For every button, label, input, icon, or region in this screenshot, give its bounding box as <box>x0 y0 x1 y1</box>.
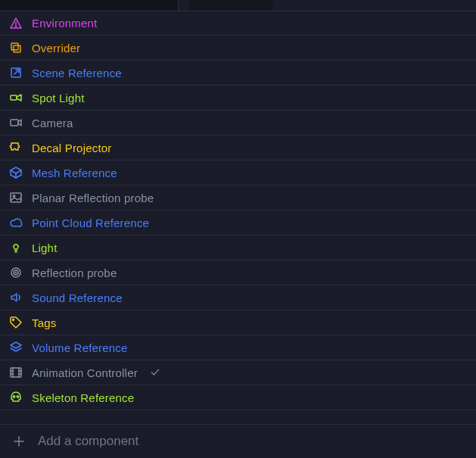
component-item-skeleton-reference[interactable]: Skeleton Reference <box>0 385 476 410</box>
component-item-spot-light[interactable]: Spot Light <box>0 86 476 111</box>
component-item-label: Mesh Reference <box>32 167 117 179</box>
tab-active[interactable] <box>190 0 273 11</box>
spotlight-icon <box>9 91 23 104</box>
tag-icon <box>9 316 23 329</box>
component-item-label: Spot Light <box>32 92 85 104</box>
target-icon <box>9 266 23 279</box>
skull-icon <box>9 391 23 404</box>
component-item-camera[interactable]: Camera <box>0 111 476 136</box>
component-item-label: Skeleton Reference <box>32 391 134 404</box>
film-icon <box>9 366 23 379</box>
check-icon <box>150 367 160 378</box>
component-item-volume-reference[interactable]: Volume Reference <box>0 335 476 360</box>
component-item-scene-reference[interactable]: Scene Reference <box>0 61 476 86</box>
component-item-sound-reference[interactable]: Sound Reference <box>0 285 476 310</box>
tab-bar <box>0 0 476 11</box>
add-component-bar[interactable] <box>0 424 476 458</box>
warning-icon <box>9 17 23 30</box>
tab-inactive[interactable] <box>0 0 179 11</box>
component-item-label: Reflection probe <box>32 266 117 279</box>
component-item-label: Point Cloud Reference <box>32 217 149 229</box>
component-item-label: Scene Reference <box>32 67 122 79</box>
component-item-light[interactable]: Light <box>0 235 476 260</box>
component-item-label: Overrider <box>32 42 80 55</box>
component-item-label: Light <box>32 241 58 254</box>
add-component-input[interactable] <box>36 433 464 450</box>
layers-icon <box>9 341 23 354</box>
component-item-reflection-probe[interactable]: Reflection probe <box>0 260 476 285</box>
component-item-tags[interactable]: Tags <box>0 310 476 335</box>
component-list: EnvironmentOverriderScene ReferenceSpot … <box>0 11 476 424</box>
component-item-label: Camera <box>32 117 73 129</box>
component-item-decal-projector[interactable]: Decal Projector <box>0 136 476 160</box>
component-item-label: Sound Reference <box>32 291 123 304</box>
component-item-environment[interactable]: Environment <box>0 11 476 36</box>
component-item-label: Planar Reflection probe <box>32 192 154 204</box>
component-item-label: Tags <box>32 316 57 329</box>
image-icon <box>9 191 23 204</box>
plus-icon <box>12 435 26 448</box>
cube-icon <box>9 166 23 179</box>
popout-icon <box>9 66 23 79</box>
component-panel: EnvironmentOverriderScene ReferenceSpot … <box>0 0 476 458</box>
copy-icon <box>9 41 23 55</box>
component-item-label: Decal Projector <box>32 142 112 154</box>
puzzle-icon <box>9 141 23 154</box>
cloud-icon <box>9 216 23 229</box>
component-item-mesh-reference[interactable]: Mesh Reference <box>0 160 476 185</box>
component-item-label: Environment <box>32 17 97 30</box>
bulb-icon <box>9 241 23 254</box>
component-item-label: Volume Reference <box>32 341 128 354</box>
camera-icon <box>9 116 23 129</box>
component-item-overrider[interactable]: Overrider <box>0 36 476 61</box>
speaker-icon <box>9 291 23 304</box>
component-item-point-cloud-reference[interactable]: Point Cloud Reference <box>0 210 476 235</box>
component-item-label: Animation Controller <box>32 366 138 379</box>
component-item-animation-controller[interactable]: Animation Controller <box>0 360 476 385</box>
component-item-planar-reflection[interactable]: Planar Reflection probe <box>0 185 476 210</box>
